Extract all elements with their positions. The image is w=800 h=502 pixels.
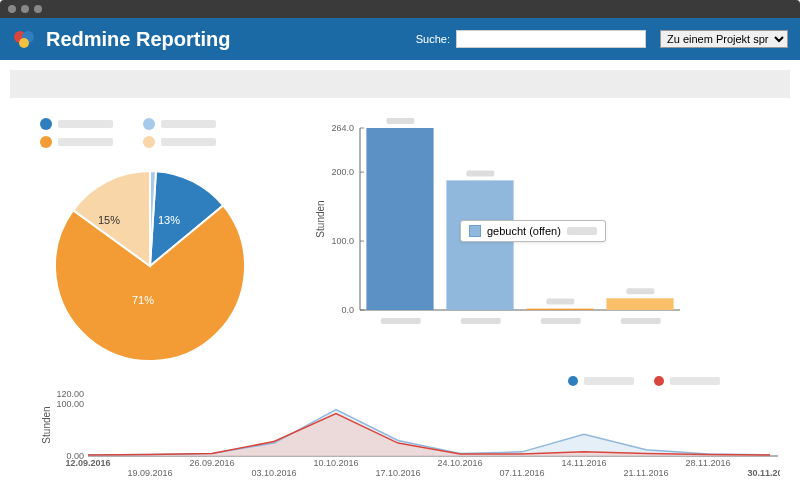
svg-rect-21 [546, 299, 574, 305]
svg-text:120.00: 120.00 [56, 390, 84, 399]
search-label: Suche: [416, 33, 450, 45]
legend-dot [568, 376, 578, 386]
svg-text:14.11.2016: 14.11.2016 [561, 458, 606, 468]
svg-text:17.10.2016: 17.10.2016 [375, 468, 420, 478]
legend-item [568, 376, 634, 386]
legend-swatch [143, 118, 155, 130]
svg-text:21.11.2016: 21.11.2016 [623, 468, 668, 478]
dashboard-row: 71% 15% 13% 0.0100.0200.0264.0Stunden ge… [10, 108, 790, 371]
tooltip-swatch [469, 225, 481, 237]
window-chrome [0, 0, 800, 18]
svg-text:100.0: 100.0 [331, 236, 354, 246]
svg-text:30.11.2016: 30.11.2016 [747, 468, 780, 478]
legend-label-stub [58, 138, 113, 146]
svg-rect-16 [381, 318, 421, 324]
tooltip-value-stub [567, 227, 597, 235]
svg-rect-20 [526, 309, 593, 310]
svg-text:24.10.2016: 24.10.2016 [437, 458, 482, 468]
tooltip-label: gebucht (offen) [487, 225, 561, 237]
svg-rect-22 [541, 318, 581, 324]
app-header: Redmine Reporting Suche: Zu einem Projek… [0, 18, 800, 60]
project-jump-select[interactable]: Zu einem Projekt springen... [660, 30, 788, 48]
svg-text:Stunden: Stunden [315, 200, 326, 237]
svg-rect-19 [461, 318, 501, 324]
pie-legend-row [40, 118, 290, 130]
svg-text:28.11.2016: 28.11.2016 [685, 458, 730, 468]
legend-label-stub [161, 120, 216, 128]
window-dot [8, 5, 16, 13]
content-area: 71% 15% 13% 0.0100.0200.0264.0Stunden ge… [0, 60, 800, 495]
app-title: Redmine Reporting [46, 28, 416, 51]
legend-item [40, 136, 113, 148]
svg-rect-23 [606, 298, 673, 310]
legend-swatch [40, 118, 52, 130]
svg-text:0.0: 0.0 [341, 305, 354, 315]
legend-swatch [143, 136, 155, 148]
line-legend [40, 376, 760, 386]
app-logo-icon [12, 27, 36, 51]
svg-text:26.09.2016: 26.09.2016 [189, 458, 234, 468]
svg-text:264.0: 264.0 [331, 123, 354, 133]
pie-slice-label: 71% [132, 294, 154, 306]
legend-label-stub [161, 138, 216, 146]
window-dot [34, 5, 42, 13]
legend-item [143, 136, 216, 148]
search-input[interactable] [456, 30, 646, 48]
pie-chart-panel: 71% 15% 13% [40, 118, 290, 366]
svg-text:10.10.2016: 10.10.2016 [313, 458, 358, 468]
legend-dot [654, 376, 664, 386]
legend-item [143, 118, 216, 130]
pie-slice-label: 13% [158, 214, 180, 226]
legend-item [654, 376, 720, 386]
svg-rect-18 [466, 170, 494, 176]
svg-rect-24 [626, 288, 654, 294]
svg-text:Stunden: Stunden [41, 406, 52, 443]
svg-text:12.09.2016: 12.09.2016 [65, 458, 110, 468]
legend-swatch [40, 136, 52, 148]
bar-chart-panel: 0.0100.0200.0264.0Stunden gebucht (offen… [310, 118, 760, 338]
line-chart-panel: 0.00100.00120.00Stunden12.09.201619.09.2… [10, 371, 790, 485]
svg-text:19.09.2016: 19.09.2016 [127, 468, 172, 478]
bar-tooltip: gebucht (offen) [460, 220, 606, 242]
svg-rect-14 [366, 128, 433, 310]
svg-text:100.00: 100.00 [56, 399, 84, 409]
pie-chart: 71% 15% 13% [50, 166, 250, 366]
legend-label-stub [670, 377, 720, 385]
legend-label-stub [584, 377, 634, 385]
svg-text:200.0: 200.0 [331, 167, 354, 177]
pie-slice-label: 15% [98, 214, 120, 226]
svg-rect-17 [446, 180, 513, 310]
search-wrap: Suche: Zu einem Projekt springen... [416, 30, 788, 48]
svg-rect-25 [621, 318, 661, 324]
svg-text:07.11.2016: 07.11.2016 [499, 468, 544, 478]
window-dot [21, 5, 29, 13]
legend-label-stub [58, 120, 113, 128]
svg-point-2 [19, 38, 29, 48]
toolbar-placeholder [10, 70, 790, 98]
pie-legend-row [40, 136, 290, 148]
svg-text:03.10.2016: 03.10.2016 [251, 468, 296, 478]
svg-rect-15 [386, 118, 414, 124]
legend-item [40, 118, 113, 130]
